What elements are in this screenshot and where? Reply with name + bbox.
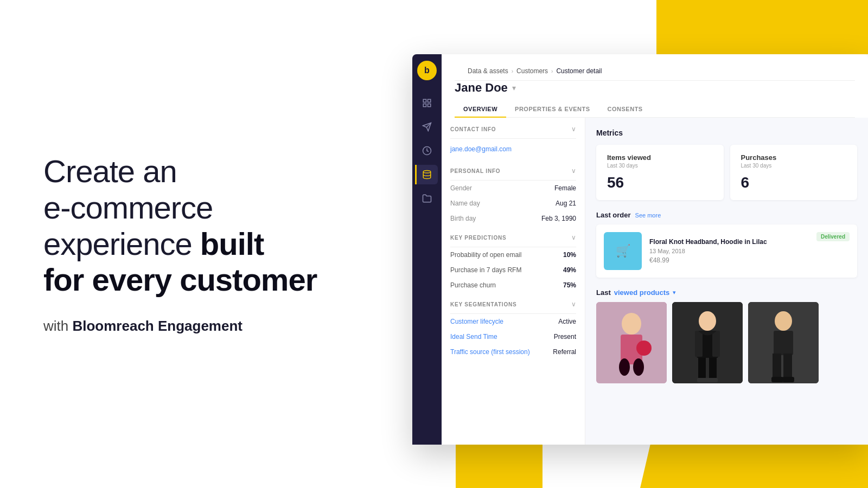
open-email-row: Probability of open email 10% (442, 247, 585, 262)
tab-properties-events[interactable]: PROPERTIES & EVENTS (506, 101, 598, 118)
personal-info-section-header[interactable]: PERSONAL INFO ∨ (442, 159, 585, 180)
breadcrumb: Data & assets › Customers › Customer det… (455, 62, 855, 81)
svg-rect-18 (709, 358, 717, 381)
sidebar-icon-data[interactable] (415, 165, 438, 184)
svg-rect-15 (695, 331, 703, 357)
sidebar-icon-files[interactable] (417, 189, 437, 208)
order-card: 🛒 Floral Knot Headband, Hoodie in Lilac … (596, 224, 857, 278)
hero-subtitle: with Bloomreach Engagement (43, 318, 369, 335)
metrics-section-title: Metrics (596, 129, 857, 137)
purchase-7-label: Purchase in 7 days RFM (450, 266, 521, 274)
svg-point-9 (619, 358, 630, 376)
traffic-row: Traffic source (first session) Referral (442, 344, 585, 359)
svg-rect-19 (697, 378, 708, 382)
svg-rect-1 (428, 99, 431, 102)
gender-value: Female (554, 184, 576, 192)
hero-line4: for every customer (43, 262, 317, 297)
send-time-value: Present (554, 333, 576, 341)
page-header: Data & assets › Customers › Customer det… (442, 54, 868, 118)
order-info: Floral Knot Headband, Hoodie in Lilac 13… (649, 238, 809, 264)
svg-rect-0 (423, 99, 426, 102)
last-viewed-header: Last viewed products ▾ (596, 288, 857, 297)
gender-label: Gender (450, 184, 472, 192)
purchase-7-row: Purchase in 7 days RFM 49% (442, 262, 585, 278)
items-viewed-title: Items viewed (607, 153, 713, 162)
send-time-row: Ideal Send Time Present (442, 329, 585, 344)
gender-row: Gender Female (442, 181, 585, 196)
lifecycle-value: Active (558, 318, 576, 325)
sidebar-logo[interactable]: b (417, 61, 437, 80)
svg-rect-17 (698, 358, 706, 381)
hero-subtitle-pre: with (43, 318, 72, 334)
customer-panel: CONTACT INFO ∨ jane.doe@gmail.com PERSON… (442, 118, 585, 445)
order-price: €48.99 (649, 256, 809, 264)
last-order-title: Last order (596, 211, 631, 219)
breadcrumb-customers[interactable]: Customers (516, 67, 548, 75)
tabs-nav: OVERVIEW PROPERTIES & EVENTS CONSENTS (455, 101, 855, 118)
svg-rect-26 (771, 377, 783, 382)
birthday-label: Birth day (450, 215, 476, 222)
page-title-chevron-icon[interactable]: ▾ (512, 84, 516, 92)
purchase-7-value: 49% (563, 266, 576, 274)
tab-overview[interactable]: OVERVIEW (455, 101, 506, 118)
purchases-card: Purchases Last 30 days 6 (730, 145, 858, 200)
hero-line1: Create an (43, 153, 177, 189)
last-order-header: Last order See more (596, 211, 857, 219)
items-viewed-subtitle: Last 30 days (607, 163, 713, 169)
purchases-value: 6 (741, 174, 847, 191)
contact-info-section-header[interactable]: CONTACT INFO ∨ (442, 118, 585, 138)
churn-label: Purchase churn (450, 281, 496, 289)
viewed-chevron-icon[interactable]: ▾ (673, 289, 676, 296)
product-images (596, 302, 857, 383)
sidebar: b (412, 54, 442, 445)
segmentations-chevron-icon: ∨ (571, 300, 576, 308)
breadcrumb-data-assets[interactable]: Data & assets (468, 67, 508, 75)
nameday-value: Aug 21 (556, 200, 576, 207)
product-image-1[interactable] (596, 302, 667, 383)
hero-section: Create an e-commerce experience built fo… (0, 0, 412, 488)
segmentations-section-header[interactable]: KEY SEGMENTATIONS ∨ (442, 293, 585, 313)
tab-consents[interactable]: CONSENTS (599, 101, 652, 118)
order-product-name: Floral Knot Headband, Hoodie in Lilac (649, 238, 809, 246)
purchases-title: Purchases (741, 153, 847, 162)
personal-info-title: PERSONAL INFO (450, 168, 500, 174)
hero-line2: e-commerce (43, 190, 213, 225)
birthday-row: Birth day Feb 3, 1990 (442, 211, 585, 226)
product-image-3[interactable] (748, 302, 819, 383)
traffic-label[interactable]: Traffic source (first session) (450, 348, 530, 356)
nameday-row: Name day Aug 21 (442, 196, 585, 211)
segmentations-title: KEY SEGMENTATIONS (450, 301, 517, 307)
lifecycle-label[interactable]: Customer lifecycle (450, 318, 503, 325)
svg-rect-25 (783, 354, 792, 381)
send-time-label[interactable]: Ideal Send Time (450, 333, 497, 341)
birthday-value: Feb 3, 1990 (541, 215, 576, 222)
svg-point-13 (699, 311, 716, 331)
sidebar-icon-analytics[interactable] (417, 141, 437, 160)
see-more-link[interactable]: See more (635, 212, 661, 219)
svg-point-7 (622, 313, 641, 335)
product-image-2[interactable] (672, 302, 743, 383)
contact-info-title: CONTACT INFO (450, 126, 496, 132)
contact-info-chevron-icon: ∨ (571, 125, 576, 133)
yellow-top-decoration (656, 0, 868, 54)
purchases-subtitle: Last 30 days (741, 163, 847, 169)
items-viewed-value: 56 (607, 174, 713, 191)
svg-point-10 (633, 358, 644, 376)
svg-point-5 (423, 171, 431, 174)
contact-email[interactable]: jane.doe@gmail.com (442, 139, 585, 159)
svg-rect-3 (428, 104, 431, 107)
hero-brand: Bloomreach Engagement (72, 318, 242, 334)
sidebar-icon-dashboard[interactable] (417, 93, 437, 113)
predictions-section-header[interactable]: KEY PREDICTIONS ∨ (442, 226, 585, 247)
churn-row: Purchase churn 75% (442, 278, 585, 293)
viewed-products-link[interactable]: viewed products (614, 288, 670, 297)
app-panel: b Data & assets › Customers › Customer d (412, 54, 868, 445)
breadcrumb-current: Customer detail (556, 67, 602, 75)
hero-headline: Create an e-commerce experience built fo… (43, 153, 369, 298)
svg-rect-20 (707, 378, 718, 382)
sidebar-icon-campaigns[interactable] (417, 117, 437, 137)
svg-rect-23 (774, 331, 793, 355)
breadcrumb-sep2: › (551, 68, 553, 74)
metrics-cards: Items viewed Last 30 days 56 Purchases L… (596, 145, 857, 200)
traffic-value: Referral (553, 348, 576, 356)
